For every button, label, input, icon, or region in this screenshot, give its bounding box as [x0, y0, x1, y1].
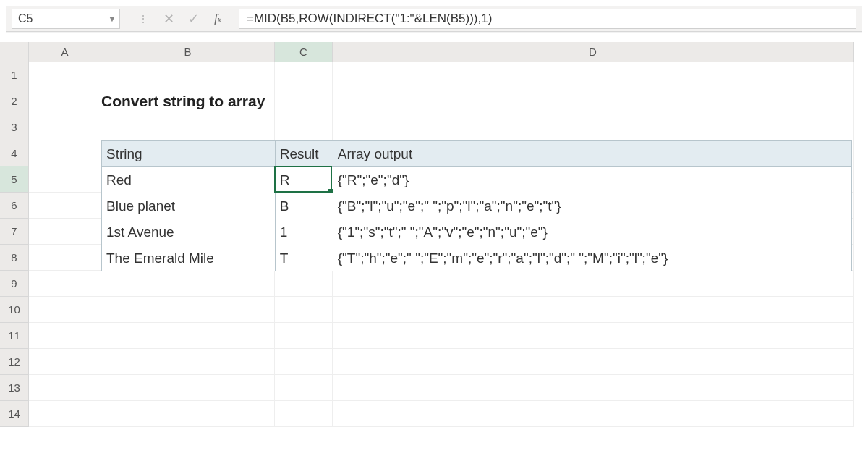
- cell-output[interactable]: {"B";"l";"u";"e";" ";"p";"l";"a";"n";"e"…: [333, 193, 851, 219]
- spreadsheet: 1 2 3 4 5 6 7 8 9 10 11 12 13 14 A B C D: [0, 42, 868, 427]
- cell-string[interactable]: Red: [102, 167, 276, 193]
- row-header[interactable]: 13: [0, 375, 29, 401]
- cancel-icon[interactable]: ✕: [156, 11, 181, 27]
- column-headers: A B C D: [29, 42, 868, 62]
- header-string[interactable]: String: [102, 141, 276, 167]
- row-header[interactable]: 3: [0, 114, 29, 140]
- table-row: The Emerald Mile T {"T";"h";"e";" ";"E";…: [102, 245, 852, 271]
- row-header[interactable]: 7: [0, 219, 29, 245]
- cell-output[interactable]: {"1";"s";"t";" ";"A";"v";"e";"n";"u";"e"…: [333, 219, 851, 245]
- table-row: Blue planet B {"B";"l";"u";"e";" ";"p";"…: [102, 193, 852, 219]
- cell-result[interactable]: R: [275, 167, 333, 193]
- formula-input[interactable]: =MID(B5,ROW(INDIRECT("1:"&LEN(B5))),1): [239, 9, 856, 29]
- grid-body[interactable]: Convert string to array String Result Ar…: [29, 62, 868, 427]
- column-header[interactable]: B: [101, 42, 275, 62]
- row-header[interactable]: 12: [0, 349, 29, 375]
- divider: [129, 10, 129, 28]
- cell-result[interactable]: T: [275, 245, 333, 271]
- fx-icon[interactable]: fx: [205, 12, 230, 26]
- row-header[interactable]: 2: [0, 88, 29, 114]
- name-box-dropdown-icon[interactable]: ▼: [108, 14, 116, 24]
- enter-icon[interactable]: ✓: [181, 11, 205, 27]
- cell-output[interactable]: {"T";"h";"e";" ";"E";"m";"e";"r";"a";"l"…: [333, 245, 851, 271]
- grid: A B C D Convert string to array: [29, 42, 868, 427]
- table-row: Red R {"R";"e";"d"}: [102, 167, 852, 193]
- table-header-row: String Result Array output: [102, 141, 852, 167]
- data-table: String Result Array output Red R {"R";"e…: [101, 140, 852, 271]
- formula-bar: C5 ▼ ⋮ ✕ ✓ fx =MID(B5,ROW(INDIRECT("1:"&…: [6, 6, 862, 32]
- page-title: Convert string to array: [101, 88, 265, 114]
- formula-text: =MID(B5,ROW(INDIRECT("1:"&LEN(B5))),1): [247, 12, 492, 26]
- cell-string[interactable]: The Emerald Mile: [102, 245, 276, 271]
- column-header[interactable]: D: [333, 42, 854, 62]
- row-header[interactable]: 4: [0, 140, 29, 166]
- header-result[interactable]: Result: [275, 141, 333, 167]
- cell-result[interactable]: 1: [275, 219, 333, 245]
- cell-result[interactable]: B: [275, 193, 333, 219]
- row-header[interactable]: 8: [0, 245, 29, 271]
- row-header[interactable]: 11: [0, 323, 29, 349]
- name-box-value: C5: [18, 12, 33, 25]
- row-headers: 1 2 3 4 5 6 7 8 9 10 11 12 13 14: [0, 42, 29, 427]
- row-header[interactable]: 14: [0, 401, 29, 427]
- drag-handle-icon: ⋮: [138, 13, 149, 25]
- column-header[interactable]: C: [275, 42, 333, 62]
- cell-string[interactable]: 1st Avenue: [102, 219, 276, 245]
- name-box[interactable]: C5 ▼: [12, 9, 120, 29]
- cell-string[interactable]: Blue planet: [102, 193, 276, 219]
- column-header[interactable]: A: [29, 42, 101, 62]
- cell-output[interactable]: {"R";"e";"d"}: [333, 167, 851, 193]
- header-output[interactable]: Array output: [333, 141, 851, 167]
- row-header[interactable]: 5: [0, 166, 29, 193]
- row-header[interactable]: 6: [0, 193, 29, 219]
- table-row: 1st Avenue 1 {"1";"s";"t";" ";"A";"v";"e…: [102, 219, 852, 245]
- row-header[interactable]: 9: [0, 271, 29, 297]
- select-all-corner[interactable]: [0, 42, 29, 62]
- row-header[interactable]: 10: [0, 297, 29, 323]
- row-header[interactable]: 1: [0, 62, 29, 88]
